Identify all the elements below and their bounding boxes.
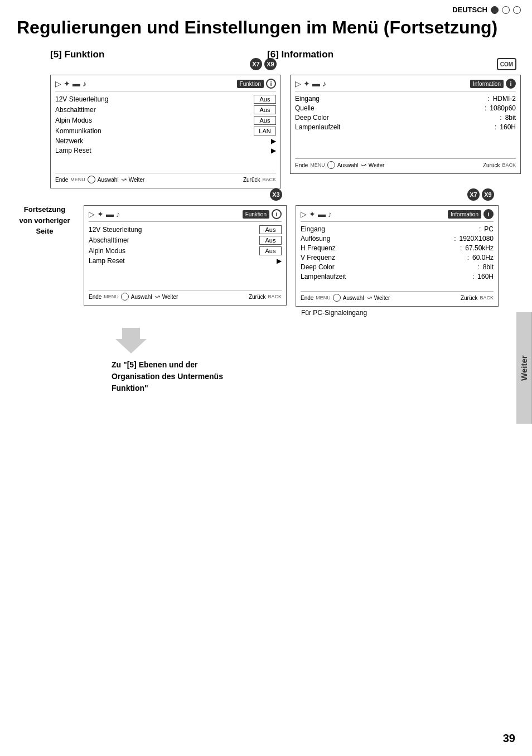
menu-bottom-bar-x3: Ende MENU Auswahl ⤻ Weiter Zurück BACK	[89, 290, 282, 301]
nav-icon-4b: ♪	[322, 79, 326, 88]
badge-x7b: X7	[467, 188, 480, 201]
nav-active-tab: Funktion	[237, 80, 264, 88]
section6-x7x9-badges: X7 X9	[467, 188, 494, 201]
language-bar: DEUTSCH	[452, 6, 521, 14]
auswahl-label: Auswahl	[98, 177, 119, 183]
pc-row-aufloesung: Auflösung : 1920X1080	[301, 235, 494, 243]
info-row-deepcolor: Deep Color : 8bit	[295, 114, 516, 122]
section5-funktion-panel: ▷ ✦ ▬ ♪ Funktion i 12V Steuerleitung Aus…	[50, 75, 281, 188]
badge-x3: X3	[270, 188, 282, 201]
info-row-lampenlaufzeit: Lampenlaufzeit : 160H	[295, 123, 516, 131]
menu-row-abschalttimer: Abschalttimer Aus	[55, 105, 276, 114]
back-label: BACK	[262, 177, 276, 182]
menu-nav-bar-pc: ▷ ✦ ▬ ♪ Information i	[301, 209, 494, 222]
info-row-eingang: Eingang : HDMI-2	[295, 95, 516, 103]
pc-note: Für PC-Signaleingang	[296, 309, 499, 317]
nav-info-icon-pc: i	[483, 209, 494, 219]
nav-active-tab-x3: Funktion	[243, 210, 269, 219]
weiter-label-info: Weiter	[369, 162, 385, 168]
info-row-quelle: Quelle : 1080p60	[295, 104, 516, 112]
menu-bottom-bar-info: Ende MENU Auswahl ⤻ Weiter Zurück BACK	[295, 158, 516, 169]
nav-icon-1b: ▷	[295, 79, 301, 88]
section5-badges: X7 X9	[250, 58, 277, 70]
ende-label-info: Ende	[295, 162, 308, 168]
nav-info-icon: i	[266, 79, 276, 89]
back-label-info: BACK	[502, 162, 516, 168]
badge-x9: X9	[264, 58, 277, 70]
weiter-arrow-icon: ⤻	[121, 176, 127, 183]
nav-icon-4: ♪	[83, 79, 86, 88]
x3-row-abschalttimer: Abschalttimer Aus	[89, 236, 282, 245]
auswahl-label-info: Auswahl	[337, 162, 359, 168]
pc-row-vfreq: V Frequenz : 60.0Hz	[301, 254, 494, 261]
section5-header: [5] Funktion	[17, 49, 256, 60]
weiter-arrow-icon-info: ⤻	[361, 161, 366, 169]
nav-icon-1: ▷	[55, 79, 61, 88]
nav-active-tab-info: Information	[470, 80, 504, 88]
section5-x3-panel: ▷ ✦ ▬ ♪ Funktion i 12V Steuerleitung Aus…	[84, 205, 287, 306]
menu-nav-bar-info: ▷ ✦ ▬ ♪ Information i	[295, 79, 516, 91]
pc-row-lampe: Lampenlaufzeit : 160H	[301, 273, 494, 280]
section6-pc-panel: ▷ ✦ ▬ ♪ Information i Eingang : PC	[296, 205, 499, 307]
ende-label: Ende	[55, 177, 68, 183]
pc-row-eingang: Eingang : PC	[301, 225, 494, 233]
continuation-label: Fortsetzungvon vorherigerSeite	[11, 196, 78, 236]
lang-dot-2	[502, 6, 510, 14]
section6-info-panel: ▷ ✦ ▬ ♪ Information i Eingang : HDMI-2 Q…	[290, 75, 521, 174]
menu-label-bottom: MENU	[70, 177, 85, 182]
pc-row-deepcolor: Deep Color : 8bit	[301, 263, 494, 271]
pc-row-hfreq: H Frequenz : 67.50kHz	[301, 244, 494, 252]
circle-icon-info	[327, 161, 335, 169]
nav-icon-2b: ✦	[303, 79, 310, 88]
menu-row-alpin: Alpin Modus Aus	[55, 116, 276, 125]
menu-nav-bar: ▷ ✦ ▬ ♪ Funktion i	[55, 79, 276, 91]
x3-row-alpin: Alpin Modus Aus	[89, 246, 282, 255]
bottom-label: Zu "[5] Ebenen und derOrganisation des U…	[112, 359, 223, 394]
menu-row-kommunikation: Kommunikation LAN	[55, 127, 276, 135]
badge-x7: X7	[250, 58, 262, 70]
nav-active-tab-pc: Information	[448, 210, 481, 219]
menu-row-12v: 12V Steuerleitung Aus	[55, 95, 276, 104]
section5-x3-badges: X3	[270, 188, 282, 201]
badge-com: COM	[497, 58, 516, 70]
nav-icon-3: ▬	[72, 79, 80, 88]
page-number: 39	[503, 732, 515, 745]
x3-row-12v: 12V Steuerleitung Aus	[89, 225, 282, 234]
page-title: Regulierungen und Einstellungen im Menü …	[17, 17, 515, 38]
lang-dot-3	[513, 6, 521, 14]
circle-icon	[88, 176, 95, 183]
menu-bottom-bar: Ende MENU Auswahl ⤻ Weiter Zurück BACK	[55, 173, 276, 183]
section6-badges: COM	[497, 58, 516, 70]
weiter-label: Weiter	[129, 177, 145, 183]
nav-icon-2: ✦	[64, 79, 70, 88]
x3-row-lamp: Lamp Reset ▶	[89, 257, 282, 265]
nav-info-icon-x3: i	[272, 209, 282, 219]
weiter-tab: Weiter	[516, 312, 532, 424]
section6-header: [6] Information	[256, 49, 515, 60]
menu-row-lamp-reset: Lamp Reset ▶	[55, 147, 276, 154]
lang-dot-1	[491, 6, 499, 14]
badge-x9b: X9	[482, 188, 494, 201]
zuruck-label: Zurück	[243, 177, 260, 183]
zuruck-label-info: Zurück	[483, 162, 500, 168]
language-label: DEUTSCH	[452, 6, 487, 14]
nav-icon-3b: ▬	[312, 79, 320, 88]
nav-info-icon-active: i	[506, 79, 516, 89]
menu-nav-bar-x3: ▷ ✦ ▬ ♪ Funktion i	[89, 209, 282, 222]
down-arrow	[112, 328, 151, 353]
menu-row-netzwerk: Netzwerk ▶	[55, 137, 276, 145]
menu-bottom-bar-pc: Ende MENU Auswahl ⤻ Weiter Zurück BACK	[301, 291, 494, 302]
